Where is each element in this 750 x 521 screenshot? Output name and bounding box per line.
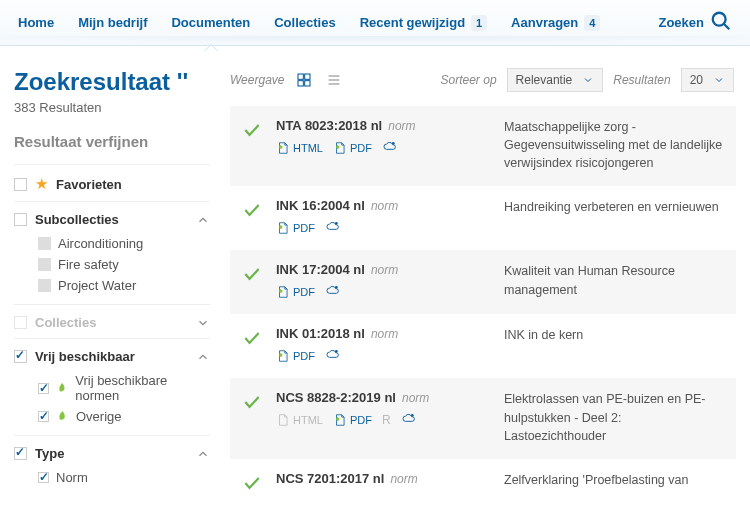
check-icon <box>242 390 262 444</box>
leaf-icon <box>56 382 69 395</box>
format-html[interactable]: HTML <box>276 141 323 155</box>
svg-point-13 <box>411 414 414 417</box>
result-description: INK in de kern <box>504 326 583 364</box>
facet-item-airconditioning[interactable]: Airconditioning <box>38 233 210 254</box>
checkbox-checked-icon <box>38 383 49 394</box>
perpage-select[interactable]: 20 <box>681 68 734 92</box>
checkbox-checked-icon <box>38 472 49 483</box>
view-label: Weergave <box>230 73 284 87</box>
checkbox-icon <box>14 213 27 226</box>
nav-documenten[interactable]: Documenten <box>171 0 250 46</box>
result-description: Maatschappelijke zorg - Gegevensuitwisse… <box>504 118 724 172</box>
checkbox-checked-icon <box>38 411 49 422</box>
facet-subcollecties[interactable]: Subcollecties <box>14 212 210 227</box>
sort-label: Sorteer op <box>441 73 497 87</box>
facet-item-fire-safety[interactable]: Fire safety <box>38 254 210 275</box>
search-button[interactable]: Zoeken <box>658 10 732 35</box>
check-icon <box>242 326 262 364</box>
format-pdf[interactable]: PDF <box>276 221 315 235</box>
chevron-up-icon <box>196 447 210 461</box>
format-html[interactable]: HTML <box>276 413 323 427</box>
facet-item-project-water[interactable]: Project Water <box>38 275 210 296</box>
svg-point-11 <box>335 286 338 289</box>
chevron-down-icon <box>196 316 210 330</box>
format-pdf[interactable]: PDF <box>276 285 315 299</box>
view-list-button[interactable] <box>324 70 344 90</box>
sidebar: Zoekresultaat '' 383 Resultaten Resultaa… <box>14 68 210 510</box>
cloud-icon[interactable] <box>325 283 341 300</box>
svg-point-9 <box>392 142 395 145</box>
star-icon: ★ <box>35 175 48 193</box>
result-count: 383 Resultaten <box>14 100 210 115</box>
facet-favorieten[interactable]: ★ Favorieten <box>14 175 210 193</box>
result-row[interactable]: NTA 8023:2018 nlnorm HTMLPDF Maatschappe… <box>230 106 736 186</box>
result-description: Elektrolassen van PE-buizen en PE-hulpst… <box>504 390 724 444</box>
result-row[interactable]: NCS 7201:2017 nlnorm Zelfverklaring 'Pro… <box>230 459 736 510</box>
square-icon <box>38 237 51 250</box>
nav-aanvragen-badge: 4 <box>584 15 600 31</box>
perpage-label: Resultaten <box>613 73 670 87</box>
result-description: Zelfverklaring 'Proefbelasting van <box>504 471 688 496</box>
revoked-icon: R <box>382 413 391 427</box>
result-type: norm <box>371 199 398 213</box>
svg-point-10 <box>335 222 338 225</box>
facet-item-vrij-normen[interactable]: Vrij beschikbare normen <box>38 370 210 406</box>
format-pdf[interactable]: PDF <box>276 349 315 363</box>
facet-item-norm[interactable]: Norm <box>38 467 210 488</box>
result-title[interactable]: NCS 8828-2:2019 nl <box>276 390 396 405</box>
checkbox-icon <box>14 316 27 329</box>
check-icon <box>242 471 262 496</box>
results-panel: Weergave Sorteer op Relevantie Resultate… <box>230 68 736 510</box>
chevron-down-icon <box>582 74 594 86</box>
result-title[interactable]: NCS 7201:2017 nl <box>276 471 384 486</box>
checkbox-checked-icon <box>14 447 27 460</box>
refine-heading: Resultaat verfijnen <box>14 133 210 150</box>
result-type: norm <box>388 119 415 133</box>
facet-vrij-beschikbaar[interactable]: Vrij beschikbaar <box>14 349 210 364</box>
check-icon <box>242 198 262 236</box>
search-icon <box>710 10 732 35</box>
nav-collecties[interactable]: Collecties <box>274 0 335 46</box>
cloud-icon[interactable] <box>325 347 341 364</box>
result-row[interactable]: INK 01:2018 nlnorm PDF INK in de kern <box>230 314 736 378</box>
result-type: norm <box>390 472 417 486</box>
result-row[interactable]: INK 16:2004 nlnorm PDF Handreiking verbe… <box>230 186 736 250</box>
checkbox-icon <box>14 178 27 191</box>
top-nav: Home Mijn bedrijf Documenten Collecties … <box>0 0 750 46</box>
facet-collecties[interactable]: Collecties <box>14 315 210 330</box>
result-row[interactable]: INK 17:2004 nlnorm PDF Kwaliteit van Hum… <box>230 250 736 314</box>
cloud-icon[interactable] <box>325 219 341 236</box>
svg-rect-2 <box>298 74 303 79</box>
result-row[interactable]: NCS 8828-2:2019 nlnorm HTMLPDFR Elektrol… <box>230 378 736 458</box>
page-title: Zoekresultaat '' <box>14 68 210 96</box>
nav-home[interactable]: Home <box>18 0 54 46</box>
result-description: Handreiking verbeteren en vernieuwen <box>504 198 719 236</box>
check-icon <box>242 262 262 300</box>
result-title[interactable]: INK 17:2004 nl <box>276 262 365 277</box>
cloud-icon[interactable] <box>382 139 398 156</box>
square-icon <box>38 258 51 271</box>
nav-recent-badge: 1 <box>471 15 487 31</box>
view-grid-button[interactable] <box>294 70 314 90</box>
format-pdf[interactable]: PDF <box>333 413 372 427</box>
check-icon <box>242 118 262 172</box>
result-title[interactable]: INK 16:2004 nl <box>276 198 365 213</box>
cloud-icon[interactable] <box>401 411 417 428</box>
chevron-up-icon <box>196 213 210 227</box>
facet-type[interactable]: Type <box>14 446 210 461</box>
checkbox-checked-icon <box>14 350 27 363</box>
result-title[interactable]: NTA 8023:2018 nl <box>276 118 382 133</box>
nav-recent-gewijzigd[interactable]: Recent gewijzigd1 <box>360 0 487 46</box>
facet-item-overige[interactable]: Overige <box>38 406 210 427</box>
result-title[interactable]: INK 01:2018 nl <box>276 326 365 341</box>
svg-rect-3 <box>305 74 310 79</box>
svg-rect-4 <box>298 81 303 86</box>
format-pdf[interactable]: PDF <box>333 141 372 155</box>
leaf-icon <box>56 410 69 423</box>
svg-line-1 <box>724 24 730 30</box>
nav-mijn-bedrijf[interactable]: Mijn bedrijf <box>78 0 147 46</box>
result-type: norm <box>371 263 398 277</box>
nav-aanvragen[interactable]: Aanvragen4 <box>511 0 600 46</box>
sort-select[interactable]: Relevantie <box>507 68 604 92</box>
square-icon <box>38 279 51 292</box>
